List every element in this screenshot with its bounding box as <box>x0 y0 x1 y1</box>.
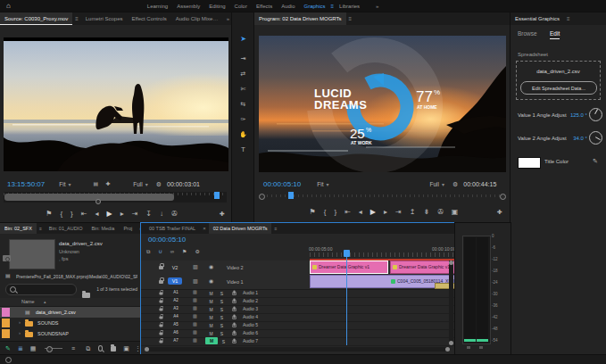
timeline-horizontal-scrollbar[interactable] <box>145 347 450 352</box>
track-name[interactable]: Audio 5 <box>243 322 258 327</box>
workspace-overflow-icon[interactable]: » <box>373 4 381 9</box>
eg-value1-knob[interactable] <box>589 108 602 121</box>
solo-button[interactable]: S <box>218 314 226 320</box>
play-icon[interactable]: ▶ <box>106 211 112 218</box>
tool-pen[interactable]: ✑ <box>232 109 254 125</box>
step-forward-icon[interactable]: ▸ <box>384 209 387 216</box>
source-button-editor-icon[interactable]: ✚ <box>220 211 225 217</box>
lock-icon[interactable] <box>160 340 163 343</box>
track-v1-lane[interactable]: C004_C005_05180114_XD8990-0117#1_Proxy_H… <box>310 275 455 290</box>
zoom-slider[interactable] <box>45 348 62 349</box>
workspace-tab-graphics[interactable]: Graphics <box>300 4 330 9</box>
track-target[interactable]: A6 <box>170 330 181 335</box>
go-to-out-icon[interactable]: ⇥ <box>132 211 138 218</box>
eg-spreadsheet-file[interactable]: data_driven_2.csv <box>517 69 600 74</box>
workspace-tab-assembly[interactable]: Assembly <box>172 4 204 9</box>
program-zoom-caret-icon[interactable]: ▾ <box>324 181 332 187</box>
source-timecode[interactable]: 13:15:50:07 <box>7 180 45 188</box>
lock-icon[interactable] <box>159 266 163 269</box>
track-name[interactable]: Audio 6 <box>243 330 258 335</box>
vscroll-handle-top[interactable] <box>449 261 453 265</box>
solo-button[interactable]: S <box>220 338 228 344</box>
comparison-view-icon[interactable]: ▣ <box>452 209 459 216</box>
eg-edit-spreadsheet-button[interactable]: Edit Spreadsheet Data... <box>520 81 597 95</box>
source-center-icon-a[interactable]: ▤ <box>94 181 99 186</box>
insert-icon[interactable]: ↧ <box>145 211 152 218</box>
add-marker-icon[interactable]: ⚑ <box>182 249 187 254</box>
source-tabs-overflow-icon[interactable]: » <box>224 12 232 25</box>
voiceover-mic-icon[interactable] <box>233 307 235 310</box>
mute-button-active[interactable]: M <box>205 337 218 344</box>
extract-icon[interactable]: ⇟ <box>423 209 429 216</box>
lock-icon[interactable] <box>160 308 163 310</box>
label-color-chip[interactable] <box>2 318 10 327</box>
program-scrub-handle-left[interactable] <box>259 194 265 200</box>
voiceover-mic-icon[interactable] <box>233 291 235 294</box>
tool-slip[interactable]: ⇆ <box>232 94 254 110</box>
go-to-out-icon[interactable]: ⇥ <box>395 209 402 216</box>
program-panel-menu-icon[interactable]: ≡ <box>346 12 355 25</box>
track-name[interactable]: Audio 1 <box>243 290 258 295</box>
timeline-panel-menu-icon[interactable]: ≡ <box>271 223 279 234</box>
track-name[interactable]: Audio 2 <box>243 298 258 303</box>
mute-button[interactable]: M <box>207 330 215 336</box>
program-zoom-select[interactable]: Fit <box>317 181 323 187</box>
tool-type[interactable]: T <box>232 139 254 155</box>
sync-lock-icon[interactable]: ▥ <box>193 314 197 318</box>
eg-tab-edit[interactable]: Edit <box>550 30 560 39</box>
overwrite-icon[interactable]: ↓ <box>160 211 163 218</box>
lock-icon[interactable] <box>160 300 163 302</box>
solo-button[interactable]: S <box>218 330 226 336</box>
project-list-header[interactable]: Name ▴ <box>0 298 141 307</box>
track-name[interactable]: Video 1 <box>227 279 244 285</box>
eg-value2-knob[interactable] <box>589 131 602 145</box>
tab-essential-graphics[interactable]: Essential Graphics <box>511 12 564 25</box>
source-panel-menu-icon[interactable]: ≡ <box>72 12 81 25</box>
tab-source[interactable]: Source: C0030_Proxy.mov <box>0 12 72 25</box>
sync-lock-icon[interactable]: ▥ <box>193 306 197 310</box>
tab-project[interactable]: Proj <box>119 223 137 234</box>
hscroll-handle-right[interactable] <box>445 347 450 352</box>
track-a7-row[interactable]: A7 ▥ M S Audio 7 <box>141 337 455 346</box>
program-video-frame[interactable]: LUCID DREAMS 77 % AT HOME 25 % AT WORK <box>259 36 506 172</box>
linked-selection-icon[interactable]: ∞ <box>170 249 174 254</box>
export-frame-icon[interactable]: ✇ <box>437 209 444 216</box>
workspace-tab-color[interactable]: Color <box>230 4 252 9</box>
sync-lock-icon[interactable]: ▥ <box>193 330 197 335</box>
track-name[interactable]: Video 2 <box>227 265 244 270</box>
track-name[interactable]: Audio 3 <box>243 306 258 311</box>
writable-toggle-icon[interactable]: ✎ <box>5 345 11 352</box>
new-item-icon[interactable]: ▣ <box>123 345 129 352</box>
source-resolution-caret-icon[interactable]: ▾ <box>143 181 151 187</box>
program-playhead-handle[interactable] <box>288 192 294 199</box>
solo-button[interactable]: S <box>218 298 226 304</box>
sync-lock-icon[interactable]: ▥ <box>193 264 198 269</box>
track-output-eye-icon[interactable]: ◉ <box>209 264 213 269</box>
track-v2-lane[interactable]: Dreamer Data Graphic v1 Dreamer Data Gra… <box>310 261 455 276</box>
sort-icon[interactable]: ≡ <box>71 345 75 352</box>
mark-out-icon[interactable]: } <box>334 209 336 216</box>
source-video-frame[interactable] <box>4 37 228 171</box>
project-row-soundsnap[interactable]: › SOUNDSNAP <box>0 328 141 339</box>
program-resolution-caret-icon[interactable]: ▾ <box>439 181 447 187</box>
timeline-settings-wrench-icon[interactable]: ⚙ <box>195 249 199 254</box>
eg-value1-value[interactable]: 125.0 ° <box>560 112 587 118</box>
track-target[interactable]: A4 <box>170 314 181 318</box>
workspace-tab-libraries[interactable]: Libraries <box>335 4 364 9</box>
program-scrubber[interactable] <box>259 192 506 201</box>
tab-lumetri-scopes[interactable]: Lumetri Scopes <box>81 12 128 25</box>
program-timecode[interactable]: 00:00:05:10 <box>263 180 301 188</box>
tool-selection[interactable]: ➤ <box>232 29 254 45</box>
voiceover-mic-icon[interactable] <box>233 339 235 343</box>
timeline-timecode[interactable]: 00:00:05:10 <box>148 236 186 244</box>
eg-title-color-swatch[interactable] <box>518 157 541 169</box>
workspace-tab-audio[interactable]: Audio <box>277 4 299 9</box>
step-back-icon[interactable]: ◂ <box>359 209 362 216</box>
solo-button[interactable]: S <box>218 306 226 312</box>
eg-eyedropper-icon[interactable]: ✎ <box>593 158 598 164</box>
tab-bin-02-sfx[interactable]: Bin: 02_SFX <box>0 223 37 234</box>
eg-value2-value[interactable]: 34.0 ° <box>560 136 587 141</box>
source-scrubber[interactable] <box>4 192 227 203</box>
tab-bin-media[interactable]: Bin: Media <box>87 223 119 234</box>
project-panel-menu-icon[interactable]: ≡ <box>37 223 45 234</box>
